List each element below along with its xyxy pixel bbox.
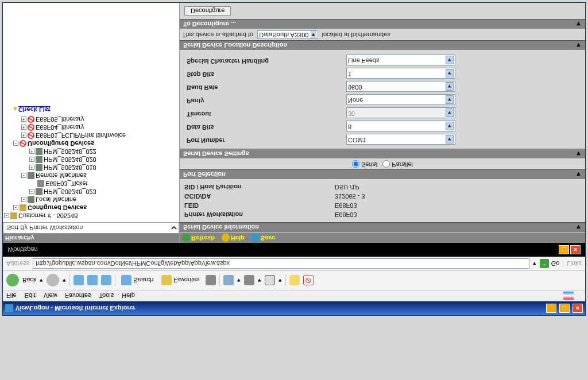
section-deconfigure[interactable]: To Deconfigure ...▼ (180, 19, 585, 29)
section-settings[interactable]: Serial Device Settings▼ (180, 149, 585, 159)
stop-bits-select[interactable]: 1▾ (346, 68, 455, 79)
address-input[interactable]: http://gopublic.wspan.com/DotNet/HPMConf… (33, 258, 529, 269)
title-bar: ViewLogon - Microsoft Internet Explorer … (3, 301, 585, 315)
search-icon (121, 275, 131, 285)
address-label: Address (6, 260, 29, 267)
sidebar: Hierarchy Sort By Printer Workstation -C… (3, 3, 180, 243)
main-toolbar: Refresh Help Save (180, 232, 585, 243)
section-port[interactable]: Port Selection▼ (180, 169, 585, 180)
info-table: Printer WorkstationE68F03 LEIDE68F03 GCI… (183, 182, 582, 220)
baud-rate-select[interactable]: 9600▾ (346, 81, 455, 92)
menu-bar: File Edit View Favorites Tools Help (3, 290, 585, 301)
tree-local[interactable]: -Local Machine (4, 196, 178, 204)
collapse-icon[interactable]: ▼ (575, 171, 582, 178)
sort-select[interactable]: Sort By Printer Workstation (3, 222, 179, 234)
check-list-link[interactable]: Check List (18, 106, 51, 113)
tree-itin04[interactable]: +E68F04_Itinerary (4, 123, 178, 131)
close-button[interactable]: × (572, 304, 583, 313)
tree-hpm020[interactable]: +HPM_505248_020 (4, 156, 178, 164)
go-button[interactable]: Go (540, 259, 560, 268)
edit-icon[interactable] (265, 275, 275, 285)
window-title: ViewLogon - Microsoft Internet Explorer (16, 305, 136, 312)
collapse-icon[interactable]: ▼ (575, 150, 582, 157)
menu-view[interactable]: View (44, 292, 57, 299)
help-link[interactable]: Help (222, 234, 245, 242)
section-location[interactable]: Serial Device Location Description▼ (180, 40, 585, 51)
location-line: This device is attached to DataSouth A33… (180, 29, 585, 40)
tree-configured[interactable]: -Configured Devices (4, 204, 178, 212)
folder-icon[interactable] (289, 275, 300, 285)
chevron-down-icon: ▾ (446, 135, 454, 144)
gcid-value: 312065 - 3 (335, 192, 581, 200)
attached-printer-select[interactable]: DataSouth A3300 ▾ (257, 30, 318, 39)
windows-flag-icon (563, 292, 574, 300)
refresh-link[interactable]: Refresh (182, 234, 215, 242)
printer-icon (37, 180, 44, 187)
refresh-icon[interactable] (87, 275, 98, 285)
mail-icon[interactable] (223, 275, 234, 285)
back-button[interactable] (6, 274, 19, 286)
tree-itin05[interactable]: +E68F05_Itinerary (4, 115, 178, 123)
back-label[interactable]: Back (22, 277, 36, 284)
history-icon[interactable] (206, 275, 216, 285)
port-number-select[interactable]: COM1▾ (346, 134, 455, 145)
window-buttons: _ □ × (545, 304, 583, 313)
sid-value: DSU /1P (335, 183, 581, 191)
go-icon (540, 259, 549, 268)
address-bar: Address http://gopublic.wspan.com/DotNet… (3, 257, 585, 270)
menu-tools[interactable]: Tools (99, 292, 114, 299)
tree-ticket[interactable]: E68F03_Ticket (4, 180, 178, 188)
help-icon (222, 234, 230, 242)
print-icon[interactable] (244, 275, 254, 285)
search-button[interactable]: Search (119, 274, 156, 286)
menu-help[interactable]: Help (122, 292, 135, 299)
inner-close-button[interactable]: × (570, 245, 581, 254)
collapse-icon[interactable]: ▼ (575, 21, 582, 28)
home-icon[interactable] (101, 275, 111, 285)
brand-bar: Worldspan □× (3, 243, 585, 257)
inner-max-button[interactable]: □ (559, 245, 569, 254)
timeout-select: 30▾ (346, 107, 455, 118)
tree-hpm022[interactable]: +HPM_505248_022 (4, 148, 178, 156)
save-icon (252, 234, 260, 242)
hierarchy-tree: -Customer # - 505248 -Configured Devices… (3, 102, 179, 222)
tree-fclip[interactable]: +E68F01_FCLIP/Print Itin/Invoice (4, 131, 178, 139)
port-selection-row: Serial Parallel (180, 159, 585, 169)
brand-logo: Worldspan (7, 246, 38, 253)
menu-file[interactable]: File (6, 292, 17, 299)
tree-remote[interactable]: -Remote Machines (4, 172, 178, 180)
forward-button[interactable] (47, 274, 59, 286)
special-char-select[interactable]: Line Feeds▾ (346, 55, 455, 65)
tree-hpm023[interactable]: -HPM_505248_023 (4, 188, 178, 196)
main-panel: Refresh Help Save Serial Device Informat… (180, 3, 585, 243)
save-link[interactable]: Save (252, 234, 276, 242)
menu-favorites[interactable]: Favorites (65, 292, 91, 299)
serial-radio[interactable]: Serial (352, 161, 377, 168)
favorites-button[interactable]: Favorites (159, 274, 202, 286)
ie-toolbar: Back▾ ▾ Search Favorites ▾ ▾ ▾ (3, 270, 585, 290)
tree-unconfigured[interactable]: -Unconfigured Devices (4, 139, 178, 148)
star-icon (161, 275, 172, 285)
section-info[interactable]: Serial Device Information▼ (180, 222, 585, 232)
app-icon (5, 304, 13, 312)
refresh-icon (182, 234, 190, 242)
links-label[interactable]: Links (563, 260, 582, 267)
tree-hpm018[interactable]: +HPM_505248_018 (4, 164, 178, 172)
printer-workstation-value: E68F03 (335, 211, 581, 219)
deconfigure-button[interactable]: Deconfigure (184, 6, 231, 15)
maximize-button[interactable]: □ (559, 304, 570, 313)
no-icon (20, 140, 26, 147)
menu-edit[interactable]: Edit (25, 292, 36, 299)
collapse-icon[interactable]: ▼ (575, 42, 582, 49)
tree-customer[interactable]: -Customer # - 505248 (4, 212, 178, 220)
parallel-radio[interactable]: Parallel (382, 161, 413, 168)
settings-table: Port NumberCOM1▾ Data Bits8▾ Timeout30▾ … (183, 53, 582, 146)
stop-icon[interactable] (74, 275, 84, 285)
data-bits-select[interactable]: 8▾ (346, 121, 455, 131)
collapse-icon[interactable]: ▼ (575, 224, 582, 231)
parity-select[interactable]: None▾ (346, 94, 455, 105)
sidebar-header: Hierarchy (3, 234, 179, 243)
popup-blocker-icon[interactable] (303, 275, 314, 285)
minimize-button[interactable]: _ (546, 304, 556, 313)
leid-value: E68F03 (335, 201, 581, 210)
